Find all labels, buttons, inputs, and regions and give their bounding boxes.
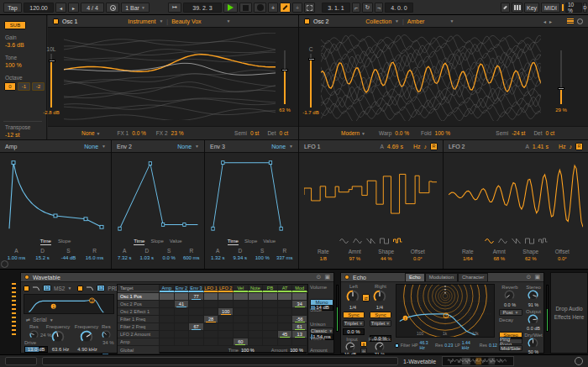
wavetable-title-bar[interactable]: Wavetable ⊙ ▣ (21, 273, 333, 282)
matrix-cell[interactable] (160, 323, 175, 330)
osc1-position-value[interactable]: 63 % (271, 107, 298, 113)
echo-left-mode-menu[interactable]: Triplet▼ (343, 320, 365, 327)
lfo2-hz-toggle[interactable]: Hz (559, 144, 566, 149)
nudge-down-button[interactable]: ◂ (55, 3, 66, 13)
filter1-res-knob[interactable] (29, 330, 39, 339)
matrix-cell[interactable] (249, 323, 264, 330)
midi-overdub-button[interactable]: + (268, 3, 278, 13)
matrix-global-values[interactable]: Time100 %Amount100 % (160, 346, 307, 354)
lfo1-param-values[interactable]: 1/897 %44 %0.0° (307, 256, 433, 261)
hot-swap-icon[interactable]: ⊙ (317, 274, 322, 280)
square-wave-icon[interactable] (380, 238, 389, 245)
matrix-cell[interactable] (278, 338, 293, 345)
amp-env-mod-menu[interactable]: None (84, 144, 98, 149)
session-record-button[interactable] (304, 3, 315, 13)
matrix-cell[interactable]: 61 (292, 323, 307, 330)
osc2-category-menu[interactable]: Collection (365, 18, 391, 24)
sub-tone-value[interactable]: 100 % (5, 62, 22, 68)
tab-time[interactable]: Time (134, 239, 144, 245)
osc2-warp-value[interactable]: 0.0 % (395, 130, 409, 136)
empty-slot[interactable] (5, 357, 37, 365)
osc2-det-value[interactable]: 0 ct (546, 130, 554, 136)
osc2-mode-menu[interactable]: Modern (341, 130, 360, 136)
drywet-knob[interactable] (528, 338, 538, 349)
osc2-enable-checkbox[interactable] (304, 18, 310, 24)
channel-midside-button[interactable]: Mid/Side (499, 345, 522, 351)
lfo2-attack-value[interactable]: 1.41 s (533, 144, 549, 149)
osc2-pan-value[interactable]: C (298, 46, 323, 52)
echo-left-value[interactable]: 1/4 (344, 305, 362, 310)
matrix-global-row[interactable]: GlobalTime100 %Amount100 % (118, 346, 307, 354)
lfo2-param-values[interactable]: 1/6468 %62 %0.0° (452, 256, 578, 261)
matrix-cell[interactable] (189, 301, 204, 307)
matrix-cell[interactable]: 13 (292, 331, 307, 338)
matrix-cell[interactable]: 28 (204, 316, 219, 322)
matrix-cell[interactable] (160, 316, 175, 322)
matrix-cell[interactable] (263, 308, 278, 315)
lfo1-hz-toggle[interactable]: Hz (413, 144, 421, 149)
echo-title-bar[interactable]: Echo Echo Modulation Character ⊙ ▣ (341, 273, 543, 282)
tab-slope[interactable]: Slope (150, 239, 163, 245)
env3-display[interactable] (211, 156, 293, 233)
matrix-row[interactable]: Osc 1 Pos77 (118, 293, 307, 301)
matrix-cell[interactable] (160, 301, 175, 307)
matrix-cell[interactable] (160, 293, 175, 300)
env3-adsr-values[interactable]: 1.32 s9.34 s100 %337 ms (207, 255, 296, 260)
osc1-semi-value[interactable]: 0 st (250, 130, 259, 136)
matrix-cell[interactable] (175, 293, 190, 300)
save-preset-icon[interactable]: ▣ (534, 274, 540, 280)
transpose-value[interactable]: -12 st (5, 132, 20, 138)
punch-in-button[interactable]: ⌐ (352, 3, 360, 13)
time-signature[interactable]: 4 / 4 (81, 3, 104, 13)
sub-gain-value[interactable]: -3.6 dB (5, 42, 24, 48)
matrix-cell[interactable] (292, 293, 307, 300)
echo-left-sync-button[interactable]: Sync (343, 312, 365, 318)
octave-minus1-button[interactable]: -1 (18, 82, 30, 91)
random-wave-icon[interactable] (538, 238, 548, 245)
draw-mode-button[interactable] (501, 3, 510, 13)
env2-adsr-values[interactable]: 7.32 s1.03 s0.0 %600 ms (113, 255, 202, 260)
matrix-cell[interactable] (278, 323, 293, 330)
quantize-menu[interactable]: 1 Bar▼ (121, 3, 150, 13)
echo-right-sync-button[interactable]: Sync (370, 312, 391, 318)
matrix-cell[interactable] (204, 331, 219, 338)
reverb-location-menu[interactable]: Post▼ (499, 309, 522, 316)
matrix-cell[interactable] (263, 301, 278, 307)
sine-wave-icon[interactable] (485, 238, 494, 245)
matrix-cell[interactable] (249, 316, 264, 322)
env3-mod-menu[interactable]: None (271, 144, 286, 149)
osc2-position-handle[interactable] (558, 87, 564, 90)
matrix-cell[interactable] (234, 308, 249, 315)
reenable-automation-button[interactable]: + (292, 3, 302, 13)
loop-start-display[interactable]: 3. 1. 1 (322, 3, 350, 13)
octave-0-button[interactable]: 0 (4, 82, 16, 91)
matrix-cell[interactable] (218, 316, 234, 322)
matrix-cell[interactable] (204, 293, 219, 300)
tab-character[interactable]: Character (458, 273, 488, 282)
matrix-cell[interactable] (249, 301, 264, 307)
sine-wave-icon[interactable] (339, 238, 349, 245)
tab-modulation[interactable]: Modulation (425, 273, 458, 282)
reverb-knob[interactable] (504, 290, 515, 301)
loop-length-display[interactable]: 4. 0. 0 (385, 3, 413, 13)
square-wave-icon[interactable] (525, 238, 534, 245)
lfo2-sync-note-toggle[interactable]: ♪ (570, 144, 573, 149)
osc2-gain-handle[interactable] (308, 58, 315, 60)
osc2-position-value[interactable]: 29 % (548, 107, 575, 113)
matrix-cell[interactable]: 34 (292, 301, 307, 307)
osc1-category-menu[interactable]: Instrument (128, 18, 155, 24)
matrix-cell[interactable] (263, 338, 278, 345)
record-button[interactable] (254, 3, 266, 13)
save-preset-icon[interactable]: ▣ (324, 274, 330, 280)
osc1-gain-value[interactable]: -2.8 dB (36, 110, 66, 115)
arrangement-position[interactable]: 39. 2. 3 (183, 3, 222, 13)
osc1-gain-handle[interactable] (49, 60, 55, 62)
lfo1-attack-value[interactable]: 4.69 s (387, 144, 403, 149)
lfo2-retrigger-button[interactable]: R (575, 143, 583, 150)
matrix-cell[interactable]: 100 (218, 308, 234, 315)
preview-circle-icon[interactable] (575, 357, 583, 365)
filter-response-display[interactable]: 12 (24, 294, 114, 314)
osc2-wavetable-display[interactable] (321, 32, 541, 121)
follow-button[interactable]: ↦ (168, 3, 181, 13)
tab-echo[interactable]: Echo (405, 273, 425, 282)
